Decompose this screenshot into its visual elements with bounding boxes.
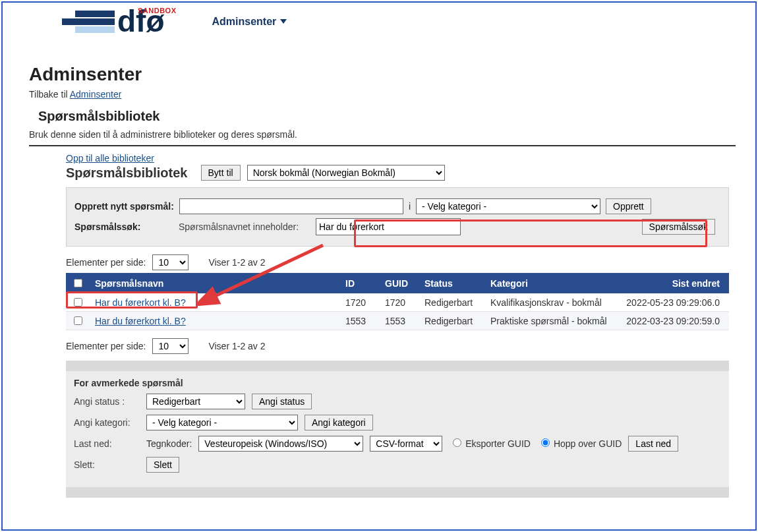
bulk-category-button[interactable]: Angi kategori — [305, 415, 373, 430]
create-search-box: Opprett nytt spørsmål: i - Velg kategori… — [66, 187, 729, 247]
per-page-label: Elementer per side: — [66, 257, 146, 268]
chevron-down-icon — [280, 19, 287, 24]
topbar: dfø SANDBOX Adminsenter — [3, 3, 755, 38]
cell-guid: 1553 — [380, 312, 419, 330]
back-link[interactable]: Adminsenter — [70, 89, 122, 100]
cell-status: Redigerbart — [419, 312, 485, 330]
skip-guid-radio[interactable] — [541, 438, 550, 447]
bulk-category-label: Angi kategori: — [74, 417, 140, 428]
cell-last-changed: 2022-03-23 09:20:59.0 — [617, 312, 729, 330]
back-prefix: Tilbake til — [29, 89, 70, 100]
search-hint: Spørsmålsnavnet inneholder: — [179, 222, 310, 232]
separator-bar — [66, 361, 729, 371]
col-id[interactable]: ID — [340, 273, 380, 293]
new-question-input[interactable] — [179, 198, 403, 214]
export-guid-radio[interactable] — [453, 438, 461, 447]
results-table: Spørsmålsnavn ID GUID Status Kategori Si… — [66, 273, 729, 330]
col-category[interactable]: Kategori — [485, 273, 617, 293]
bulk-status-select[interactable]: Redigerbart — [146, 394, 245, 409]
row-checkbox[interactable] — [74, 316, 82, 325]
cell-category: Kvalifikasjonskrav - bokmål — [485, 293, 617, 312]
row-checkbox[interactable] — [74, 298, 82, 307]
pager-showing: Viser 1-2 av 2 — [208, 257, 265, 268]
per-page-select-bottom[interactable]: 10 — [152, 338, 189, 354]
cell-last-changed: 2022-05-23 09:29:06.0 — [617, 293, 729, 312]
language-select[interactable]: Norsk bokmål (Norwegian Bokmål) — [247, 165, 445, 181]
section-title: Spørsmålsbibliotek — [38, 109, 736, 124]
create-button[interactable]: Opprett — [606, 198, 651, 214]
cell-id: 1720 — [340, 293, 380, 312]
pager-bottom: Elementer per side: 10 Viser 1-2 av 2 — [66, 338, 729, 354]
content: Adminsenter Tilbake til Adminsenter Spør… — [3, 38, 755, 504]
question-link[interactable]: Har du førerkort kl. B? — [95, 297, 186, 308]
cell-category: Praktiske spørsmål - bokmål — [485, 312, 617, 330]
library-panel: Opp til alle biblioteker Spørsmålsbiblio… — [29, 153, 736, 498]
divider — [29, 145, 736, 146]
create-label: Opprett nytt spørsmål: — [74, 201, 174, 212]
logo-sandbox-label: SANDBOX — [138, 7, 177, 15]
logo-bars-icon — [75, 11, 115, 33]
pager-showing: Viser 1-2 av 2 — [208, 341, 265, 351]
bulk-status-button[interactable]: Angi status — [252, 394, 312, 409]
cell-status: Redigerbart — [419, 293, 485, 312]
bulk-delete-label: Slett: — [74, 459, 140, 470]
col-last-changed[interactable]: Sist endret — [617, 273, 729, 293]
bulk-download-label: Last ned: — [74, 438, 140, 449]
search-input[interactable] — [316, 218, 461, 235]
bulk-title: For avmerkede spørsmål — [74, 378, 721, 388]
up-to-libraries-link[interactable]: Opp til alle biblioteker — [66, 153, 154, 163]
question-link[interactable]: Har du førerkort kl. B? — [95, 316, 186, 326]
table-row: Har du førerkort kl. B? 1553 1553 Redige… — [66, 312, 729, 330]
per-page-label: Elementer per side: — [66, 341, 146, 351]
skip-guid-option[interactable]: Hopp over GUID — [537, 438, 622, 449]
breadcrumb: Tilbake til Adminsenter — [29, 89, 736, 100]
search-label: Spørsmålssøk: — [74, 222, 173, 232]
switch-language-button[interactable]: Bytt til — [201, 165, 241, 181]
download-button[interactable]: Last ned — [628, 436, 678, 452]
page-title: Adminsenter — [29, 64, 736, 85]
encoding-select[interactable]: Vesteuropeisk (Windows/ISO) — [198, 436, 363, 452]
table-row: Har du førerkort kl. B? 1720 1720 Redige… — [66, 293, 729, 312]
new-question-category-select[interactable]: - Velg kategori - — [416, 198, 600, 214]
export-guid-option[interactable]: Eksporter GUID — [449, 438, 531, 449]
encoding-label: Tegnkoder: — [146, 438, 192, 449]
format-select[interactable]: CSV-format — [370, 436, 442, 452]
per-page-select-top[interactable]: 10 — [152, 254, 189, 270]
search-button[interactable]: Spørsmålssøk — [642, 219, 715, 235]
cell-guid: 1720 — [380, 293, 419, 312]
bulk-status-label: Angi status : — [74, 396, 140, 407]
separator-bar — [66, 487, 729, 498]
nav-adminsenter-label: Adminsenter — [212, 16, 277, 28]
library-title: Spørsmålsbibliotek — [66, 165, 188, 181]
bulk-actions-box: For avmerkede spørsmål Angi status : Red… — [66, 371, 729, 487]
select-all-checkbox[interactable] — [74, 279, 82, 287]
nav-adminsenter[interactable]: Adminsenter — [212, 16, 287, 28]
col-name[interactable]: Spørsmålsnavn — [90, 273, 340, 293]
cell-id: 1553 — [340, 312, 380, 330]
delete-button[interactable]: Slett — [146, 457, 179, 473]
col-guid[interactable]: GUID — [380, 273, 419, 293]
bulk-category-select[interactable]: - Velg kategori - — [146, 415, 298, 430]
logo: dfø SANDBOX — [75, 8, 165, 35]
pager-top: Elementer per side: 10 Viser 1-2 av 2 — [66, 254, 729, 270]
in-word: i — [409, 201, 411, 212]
col-status[interactable]: Status — [419, 273, 485, 293]
app-frame: dfø SANDBOX Adminsenter Adminsenter Tilb… — [1, 1, 757, 531]
section-description: Bruk denne siden til å administrere bibl… — [29, 129, 736, 140]
